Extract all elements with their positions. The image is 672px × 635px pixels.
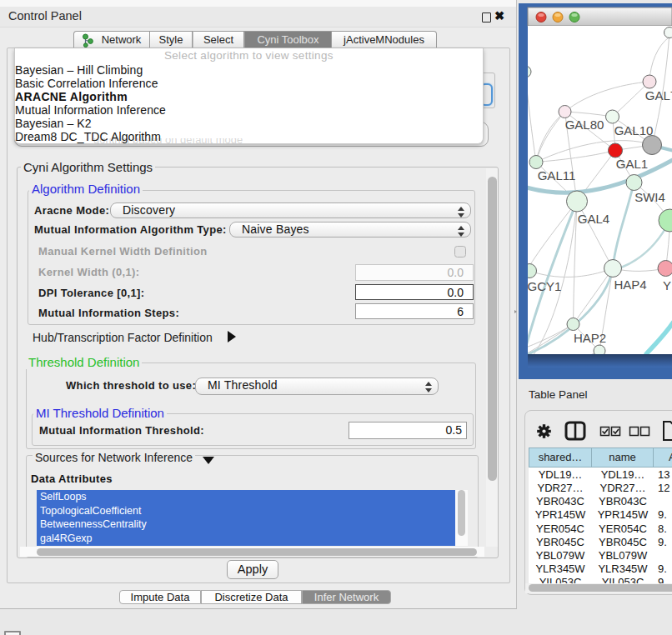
svg-text:GAL4: GAL4: [578, 212, 609, 226]
svg-text:HAP2: HAP2: [574, 331, 606, 345]
svg-text:GAL80: GAL80: [565, 118, 604, 132]
svg-text:GCY1: GCY1: [528, 279, 562, 293]
svg-text:SWI4: SWI4: [634, 190, 665, 204]
svg-text:GAL11: GAL11: [538, 168, 576, 182]
svg-text:GAL7: GAL7: [645, 88, 672, 102]
svg-text:GAL1: GAL1: [616, 157, 648, 171]
svg-text:HAP4: HAP4: [614, 278, 646, 292]
svg-text:Y: Y: [663, 278, 671, 292]
svg-text:GAL10: GAL10: [614, 123, 654, 138]
